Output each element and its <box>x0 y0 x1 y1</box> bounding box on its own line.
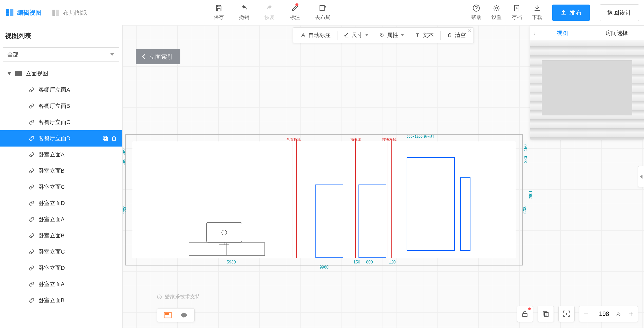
tree-item[interactable]: 客餐厅立面C <box>0 114 122 130</box>
filter-select-wrap: 全部 <box>3 47 119 62</box>
filter-select[interactable]: 全部 <box>3 47 119 62</box>
lock-badge <box>528 308 531 310</box>
svg-rect-21 <box>165 313 169 315</box>
preview-tab-view[interactable]: 视图 <box>535 26 590 40</box>
preview-panel: ⋮⋮ 视图 房间选择 <box>530 25 644 140</box>
tree-item[interactable]: 卧室立面B <box>0 292 122 309</box>
fit-button[interactable] <box>558 306 575 322</box>
red-annot: 弯背板线 <box>287 137 301 142</box>
canvas[interactable]: 立面索引 自动标注 尺寸 属性 文本 清空 ✕ <box>123 25 644 328</box>
back-to-design-button[interactable]: 返回设计 <box>600 4 639 21</box>
dimension-icon <box>344 33 349 38</box>
tree-item-label: 卧室立面A <box>39 151 65 158</box>
to-layout-button[interactable]: 去布局 <box>315 4 330 21</box>
archive-button[interactable]: 存档 <box>512 4 522 21</box>
tree-item[interactable]: 卧室立面D <box>0 260 122 276</box>
download-label: 下载 <box>532 14 542 21</box>
layers-button[interactable] <box>538 306 554 322</box>
dim: 150 <box>353 260 360 264</box>
tree-item[interactable]: 卧室立面C <box>0 179 122 195</box>
zoom-toolbar: − % + <box>517 306 638 322</box>
redo-button[interactable]: 恢复 <box>264 4 275 21</box>
undo-label: 撤销 <box>239 14 249 21</box>
annotate-button[interactable]: 标注 <box>290 4 300 21</box>
red-annot: 转页板线 <box>382 137 396 142</box>
dim: 150 <box>524 145 528 151</box>
auto-annotate-button[interactable]: 自动标注 <box>296 28 335 43</box>
undo-button[interactable]: 撤销 <box>239 4 249 21</box>
tree-item[interactable]: 卧室立面A <box>0 276 122 292</box>
close-annotate-bar[interactable]: ✕ <box>468 28 471 34</box>
tree-item-label: 卧室立面C <box>39 248 65 256</box>
svg-point-19 <box>157 295 162 299</box>
tree-item[interactable]: 卧室立面B <box>0 228 122 244</box>
clear-label: 清空 <box>455 31 466 39</box>
tag-icon <box>380 33 385 38</box>
collapse-right-handle[interactable] <box>638 166 644 187</box>
delete-icon[interactable] <box>111 135 117 142</box>
drag-handle-icon[interactable]: ⋮⋮ <box>530 26 535 40</box>
tree-item-label: 卧室立面D <box>39 199 65 207</box>
auto-annotate-label: 自动标注 <box>308 31 331 39</box>
zoom-percent: % <box>615 311 624 317</box>
link-icon <box>29 217 34 222</box>
tree-item[interactable]: 客餐厅立面B <box>0 98 122 114</box>
settings-button[interactable]: 设置 <box>491 4 502 21</box>
link-icon <box>29 298 34 303</box>
help-button[interactable]: 帮助 <box>471 4 481 21</box>
attr-annotate-button[interactable]: 属性 <box>375 28 408 43</box>
preview-tab-room[interactable]: 房间选择 <box>590 26 644 40</box>
tree-item-label: 客餐厅立面A <box>39 86 70 94</box>
tree-item[interactable]: 卧室立面A <box>0 211 122 228</box>
svg-rect-24 <box>544 313 548 316</box>
publish-button[interactable]: 发布 <box>552 5 590 21</box>
topbar: 编辑视图 布局图纸 保存 撤销 恢复 标注 去布局 <box>0 0 644 25</box>
dim: 120 <box>389 260 396 264</box>
layout-drawing-button[interactable]: 布局图纸 <box>52 9 87 17</box>
link-icon <box>29 168 34 174</box>
copy-icon[interactable] <box>102 135 109 142</box>
dim: 250 <box>123 149 126 155</box>
help-label: 帮助 <box>471 14 481 21</box>
edit-view-mode-button[interactable]: 编辑视图 <box>5 8 42 17</box>
fit-icon <box>563 310 570 318</box>
svg-point-17 <box>222 230 227 235</box>
annotate-toolbar: 自动标注 尺寸 属性 文本 清空 ✕ <box>293 27 474 43</box>
tree-item[interactable]: 卧室立面C <box>0 244 122 260</box>
construction-line <box>293 139 293 258</box>
tree-item[interactable]: 客餐厅立面D <box>0 130 122 147</box>
zoom-control: − % + <box>579 306 638 322</box>
back-to-index-button[interactable]: 立面索引 <box>136 49 180 64</box>
zoom-value-input[interactable] <box>593 310 615 317</box>
link-icon <box>29 265 34 271</box>
tree-item[interactable]: 卧室立面B <box>0 163 122 179</box>
download-button[interactable]: 下载 <box>532 4 542 21</box>
size-annotate-button[interactable]: 尺寸 <box>339 28 373 43</box>
dim: 2200 <box>522 206 527 215</box>
text-annotate-button[interactable]: 文本 <box>410 28 438 43</box>
link-icon <box>29 233 34 238</box>
layout-label: 布局图纸 <box>63 9 87 17</box>
tree-item[interactable]: 卧室立面A <box>0 147 122 163</box>
zoom-in-button[interactable]: + <box>624 309 638 319</box>
puzzle-icon[interactable] <box>180 312 188 319</box>
dim: 2200 <box>123 206 127 215</box>
preview-3d-image[interactable] <box>530 41 644 139</box>
page-icon[interactable] <box>163 312 172 319</box>
tree-item-label: 卧室立面B <box>39 232 65 239</box>
save-button[interactable]: 保存 <box>214 4 224 21</box>
zoom-out-button[interactable]: − <box>579 309 593 319</box>
construction-line <box>388 139 388 258</box>
tree-item[interactable]: 客餐厅立面A <box>0 82 122 98</box>
tree-item[interactable]: 卧室立面D <box>0 195 122 211</box>
svg-rect-7 <box>320 6 325 11</box>
svg-rect-2 <box>6 13 9 16</box>
elevation-drawing[interactable]: 弯背板线 抽页线 转页板线 600×1200 筑光灯 9960 5930 150… <box>133 142 515 258</box>
annotate-label: 标注 <box>290 14 300 21</box>
clear-annotate-button[interactable]: 清空 <box>443 28 470 43</box>
to-layout-label: 去布局 <box>315 14 330 21</box>
tree-item-label: 客餐厅立面C <box>39 118 70 126</box>
tree-item-label: 卧室立面B <box>39 167 65 175</box>
lock-button[interactable] <box>517 306 533 322</box>
tree-group-elevation[interactable]: 立面视图 <box>0 66 122 82</box>
